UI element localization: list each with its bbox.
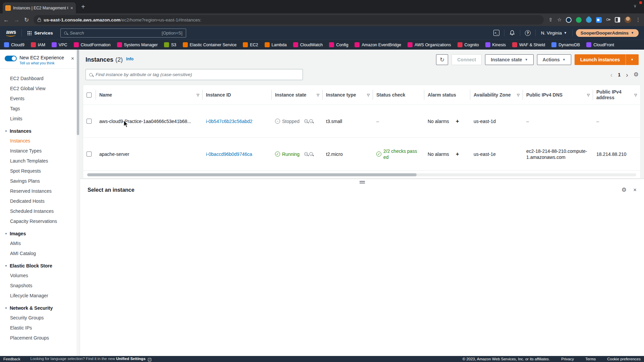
launch-instances-caret-button[interactable]: ▼ xyxy=(626,54,639,65)
blue-extension-icon[interactable] xyxy=(585,16,593,24)
table-settings-gear-icon[interactable]: ⚙ xyxy=(634,71,639,78)
sidebar-item-launch-templates[interactable]: Launch Templates xyxy=(0,156,79,166)
table-horizontal-scrollbar[interactable] xyxy=(87,173,636,176)
panel-settings-gear-icon[interactable]: ⚙ xyxy=(622,186,627,193)
add-alarm-plus-icon[interactable]: + xyxy=(456,151,459,157)
instance-state-dropdown[interactable]: Instance state▼ xyxy=(485,54,533,65)
scrollbar-thumb[interactable] xyxy=(87,173,417,176)
table-row[interactable]: aws-cloud9-Practice-1aa04666c53e41b68...… xyxy=(83,105,640,138)
row-checkbox[interactable] xyxy=(87,119,92,124)
favorite-config[interactable]: Config xyxy=(329,42,348,47)
prev-page-button[interactable]: ‹ xyxy=(610,71,613,78)
favorite-cloudwatch[interactable]: CloudWatch xyxy=(293,42,323,47)
back-button[interactable]: ← xyxy=(3,17,9,23)
favorite-lambda[interactable]: Lambda xyxy=(265,42,287,47)
select-all-checkbox[interactable] xyxy=(87,93,92,98)
connect-button[interactable]: Connect xyxy=(451,54,482,65)
unified-settings-link[interactable]: Unified Settings xyxy=(116,357,146,361)
favorite-ecs[interactable]: Elastic Container Service xyxy=(183,42,237,47)
onepassword-extension-icon[interactable] xyxy=(566,17,572,23)
zoom-out-filter-icon[interactable]: − xyxy=(309,152,313,156)
browser-menu-icon[interactable]: ⋮ xyxy=(636,17,641,23)
region-selector[interactable]: N. Virginia ▼ xyxy=(536,31,572,36)
filter-icon[interactable]: ▽ xyxy=(367,92,370,98)
video-camera-extension-icon[interactable] xyxy=(596,17,602,23)
aws-logo[interactable]: aws xyxy=(6,29,16,37)
favorite-organizations[interactable]: AWS Organizations xyxy=(408,42,451,47)
favorite-cloudformation[interactable]: CloudFormation xyxy=(74,42,111,47)
sidebar-item-ec2-global-view[interactable]: EC2 Global View xyxy=(0,83,79,94)
table-row[interactable]: apache-server i-0baccd96b0d9746ca ✓Runni… xyxy=(83,138,640,171)
current-page[interactable]: 1 xyxy=(618,72,621,77)
tell-us-link[interactable]: Tell us what you think xyxy=(19,61,75,65)
bookmark-star-icon[interactable]: ☆ xyxy=(557,17,561,23)
favorite-dynamodb[interactable]: DynamoDB xyxy=(551,42,580,47)
filter-icon[interactable]: ▽ xyxy=(634,92,637,98)
side-panel-icon[interactable] xyxy=(615,17,620,22)
lock-icon[interactable] xyxy=(38,19,41,22)
sidebar-item-security-groups[interactable]: Security Groups xyxy=(0,313,79,323)
favorite-eventbridge[interactable]: Amazon EventBridge xyxy=(355,42,401,47)
sidebar-section-images[interactable]: ▼Images xyxy=(0,226,79,238)
sidebar-item-amis[interactable]: AMIs xyxy=(0,238,79,248)
extensions-puzzle-icon[interactable]: ⚩ xyxy=(606,17,610,23)
sidebar-item-lifecycle-manager[interactable]: Lifecycle Manager xyxy=(0,291,79,301)
sidebar-item-dedicated-hosts[interactable]: Dedicated Hosts xyxy=(0,196,79,206)
browser-tab[interactable]: Instances | EC2 Management C × xyxy=(3,2,76,13)
next-page-button[interactable]: › xyxy=(626,71,628,78)
favorite-ec2[interactable]: EC2 xyxy=(243,42,258,47)
refresh-button[interactable]: ↻ xyxy=(436,54,448,65)
profile-avatar[interactable] xyxy=(625,16,631,23)
filter-icon[interactable]: ▽ xyxy=(587,92,590,98)
privacy-link[interactable]: Privacy xyxy=(561,357,574,361)
favorite-cognito[interactable]: Cognito xyxy=(458,42,479,47)
sidebar-item-scheduled-instances[interactable]: Scheduled Instances xyxy=(0,206,79,216)
share-icon[interactable]: ⇧ xyxy=(548,17,553,23)
favorite-cloudfront[interactable]: CloudFront xyxy=(586,42,614,47)
row-checkbox[interactable] xyxy=(87,152,92,157)
col-availability-zone[interactable]: Availability Zone▽ xyxy=(470,85,523,105)
instance-id-link[interactable]: i-0baccd96b0d9746ca xyxy=(206,151,252,157)
feedback-link[interactable]: Feedback xyxy=(3,357,20,361)
aws-search-input[interactable]: Search [Option+S] xyxy=(60,28,186,38)
instance-id-link[interactable]: i-0b547c6b23c56abd2 xyxy=(206,118,253,124)
col-name[interactable]: Name▽ xyxy=(96,85,203,105)
reload-button[interactable]: ↻ xyxy=(24,17,29,23)
col-public-ipv4-dns[interactable]: Public IPv4 DNS▽ xyxy=(523,85,593,105)
zoom-in-filter-icon[interactable]: + xyxy=(304,152,308,156)
notifications-button[interactable] xyxy=(504,30,520,36)
favorite-iam[interactable]: IAM xyxy=(31,42,45,47)
favorite-s3[interactable]: S3 xyxy=(164,42,176,47)
sidebar-item-capacity-reservations[interactable]: Capacity Reservations xyxy=(0,216,79,226)
panel-drag-handle[interactable] xyxy=(360,181,365,183)
sidebar-item-ami-catalog[interactable]: AMI Catalog xyxy=(0,248,79,258)
new-experience-toggle[interactable] xyxy=(5,56,17,61)
sidebar-scrollbar[interactable] xyxy=(76,50,79,356)
col-instance-state[interactable]: Instance state▽ xyxy=(272,85,323,105)
cookie-preferences-link[interactable]: Cookie preferences xyxy=(607,357,641,361)
new-tab-button[interactable]: + xyxy=(81,3,85,10)
sidebar-item-instances[interactable]: Instances xyxy=(0,136,79,146)
sidebar-item-snapshots[interactable]: Snapshots xyxy=(0,281,79,291)
sidebar-item-tags[interactable]: Tags xyxy=(0,104,79,114)
instance-filter-input[interactable]: Find instance by attribute or tag (case-… xyxy=(86,69,303,80)
sidebar-section-ebs[interactable]: ▼Elastic Block Store xyxy=(0,258,79,270)
zoom-out-filter-icon[interactable]: − xyxy=(309,119,313,123)
filter-icon[interactable]: ▽ xyxy=(517,92,520,98)
sidebar-item-limits[interactable]: Limits xyxy=(0,114,79,124)
zoom-in-filter-icon[interactable]: + xyxy=(304,119,308,123)
sidebar-item-events[interactable]: Events xyxy=(0,94,79,104)
panel-close-icon[interactable]: × xyxy=(633,187,637,193)
cloudshell-button[interactable]: >_ xyxy=(489,30,504,36)
col-instance-type[interactable]: Instance type▽ xyxy=(323,85,373,105)
favorite-kinesis[interactable]: Kinesis xyxy=(485,42,506,47)
sidebar-item-volumes[interactable]: Volumes xyxy=(0,270,79,281)
sidebar-item-spot-requests[interactable]: Spot Requests xyxy=(0,166,79,176)
col-status-check[interactable]: Status check xyxy=(373,85,424,105)
col-instance-id[interactable]: Instance ID xyxy=(203,85,272,105)
add-alarm-plus-icon[interactable]: + xyxy=(456,118,459,124)
favorite-systems-manager[interactable]: Systems Manager xyxy=(117,42,158,47)
tab-close-icon[interactable]: × xyxy=(70,6,73,10)
favorite-waf-shield[interactable]: WAF & Shield xyxy=(512,42,545,47)
col-alarm-status[interactable]: Alarm status xyxy=(424,85,470,105)
